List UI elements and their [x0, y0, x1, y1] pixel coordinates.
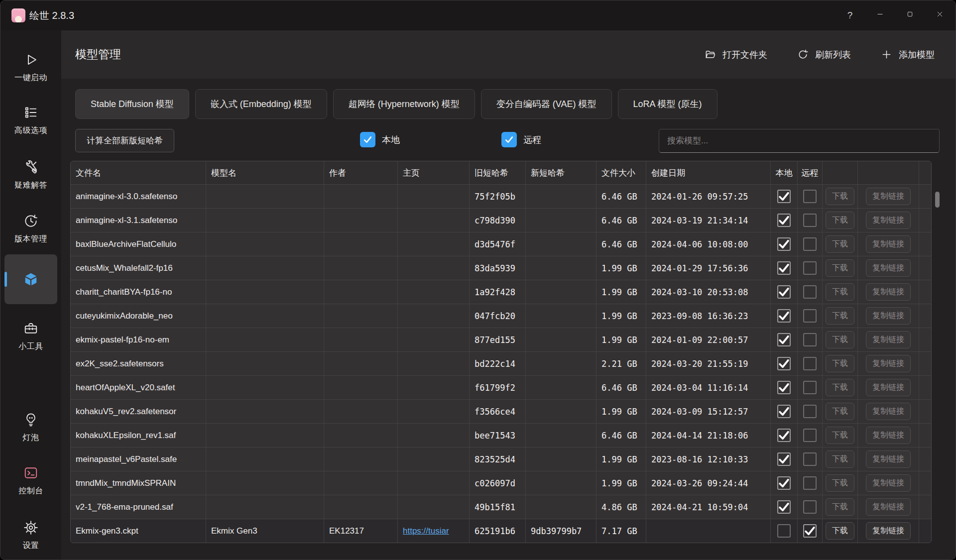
remote-checkbox[interactable] — [803, 285, 817, 299]
search-input[interactable] — [659, 129, 940, 153]
vertical-scrollbar-thumb[interactable] — [935, 192, 940, 208]
local-filter-checkbox[interactable] — [360, 132, 375, 147]
download-button[interactable]: 下载 — [826, 498, 854, 516]
download-button[interactable]: 下载 — [826, 331, 854, 348]
copy-link-button[interactable]: 复制链接 — [866, 212, 911, 229]
copy-link-button[interactable]: 复制链接 — [866, 307, 911, 325]
tab-lora[interactable]: LoRA 模型 (原生) — [618, 89, 717, 119]
local-checkbox[interactable] — [777, 333, 791, 346]
download-button[interactable]: 下载 — [826, 259, 854, 277]
remote-checkbox[interactable] — [803, 429, 817, 442]
local-checkbox[interactable] — [777, 524, 791, 538]
sidebar-item-version-manager[interactable]: 版本管理 — [0, 214, 61, 244]
local-filter[interactable]: 本地 — [360, 132, 400, 147]
compute-hash-button[interactable]: 计算全部新版短哈希 — [75, 129, 174, 152]
copy-link-button[interactable]: 复制链接 — [866, 498, 911, 516]
file-size-cell: 6.46 GB — [601, 239, 637, 249]
remote-checkbox[interactable] — [803, 500, 817, 514]
copy-link-button[interactable]: 复制链接 — [866, 283, 911, 301]
remote-filter[interactable]: 远程 — [501, 132, 541, 147]
open-folder-button[interactable]: 打开文件夹 — [702, 48, 770, 61]
copy-link-button[interactable]: 复制链接 — [866, 522, 911, 540]
remote-checkbox[interactable] — [803, 524, 817, 538]
copy-link-button[interactable]: 复制链接 — [866, 403, 911, 420]
local-checkbox[interactable] — [777, 237, 791, 251]
remote-checkbox[interactable] — [803, 333, 817, 346]
remote-checkbox[interactable] — [803, 261, 817, 275]
local-checkbox[interactable] — [777, 500, 791, 514]
window-help-button[interactable]: ? — [835, 0, 865, 30]
download-button[interactable]: 下载 — [826, 355, 854, 372]
remote-filter-checkbox[interactable] — [501, 132, 517, 147]
local-checkbox[interactable] — [777, 452, 791, 466]
local-checkbox[interactable] — [777, 357, 791, 370]
remote-checkbox[interactable] — [803, 357, 817, 370]
refresh-list-button[interactable]: 刷新列表 — [794, 48, 854, 61]
local-checkbox[interactable] — [777, 214, 791, 227]
sidebar-item-bulb[interactable]: 灯泡 — [0, 412, 61, 443]
copy-link-button[interactable]: 复制链接 — [866, 427, 911, 444]
local-checkbox[interactable] — [777, 381, 791, 394]
local-checkbox[interactable] — [777, 285, 791, 299]
cell-model-name-cell — [206, 328, 324, 351]
copy-link-button[interactable]: 复制链接 — [866, 235, 911, 253]
copy-link-button[interactable]: 复制链接 — [866, 379, 911, 396]
local-checkbox[interactable] — [777, 405, 791, 418]
old-hash-cell: f3566ce4 — [475, 407, 515, 417]
remote-checkbox[interactable] — [803, 405, 817, 418]
add-model-button[interactable]: 添加模型 — [878, 48, 938, 61]
sidebar-item-model-manager[interactable] — [4, 254, 57, 304]
download-button[interactable]: 下载 — [826, 522, 854, 540]
cell-created-date-cell — [646, 519, 771, 543]
copy-link-button[interactable]: 复制链接 — [866, 474, 911, 492]
sidebar-item-console[interactable]: 控制台 — [0, 465, 61, 496]
sidebar-item-quick-launch[interactable]: 一键启动 — [0, 52, 61, 83]
tab-embedding[interactable]: 嵌入式 (Embedding) 模型 — [195, 89, 327, 119]
remote-checkbox[interactable] — [803, 476, 817, 490]
remote-checkbox[interactable] — [803, 452, 817, 466]
local-checkbox[interactable] — [777, 261, 791, 275]
download-button[interactable]: 下载 — [826, 235, 854, 253]
download-button[interactable]: 下载 — [826, 450, 854, 468]
download-button[interactable]: 下载 — [826, 307, 854, 325]
sidebar-item-advanced-options[interactable]: 高级选项 — [0, 105, 61, 136]
cell-file-name-cell: charitt_charitBYA-fp16-no — [71, 280, 206, 304]
download-button[interactable]: 下载 — [826, 427, 854, 444]
window-maximize-button[interactable] — [895, 0, 925, 30]
window-minimize-button[interactable] — [865, 0, 895, 30]
table-row: kohakuV5_rev2.safetensorf3566ce41.99 GB2… — [71, 399, 931, 423]
download-button[interactable]: 下载 — [826, 379, 854, 396]
tab-hypernetwork[interactable]: 超网络 (Hypernetwork) 模型 — [333, 89, 475, 119]
download-button[interactable]: 下载 — [826, 403, 854, 420]
local-checkbox[interactable] — [777, 476, 791, 490]
cell-remote — [798, 471, 823, 495]
download-button[interactable]: 下载 — [826, 283, 854, 301]
tab-vae[interactable]: 变分自编码器 (VAE) 模型 — [481, 89, 612, 119]
copy-link-button[interactable]: 复制链接 — [866, 331, 911, 348]
download-button[interactable]: 下载 — [826, 474, 854, 492]
copy-link-button[interactable]: 复制链接 — [866, 450, 911, 468]
remote-checkbox[interactable] — [803, 381, 817, 394]
window-close-button[interactable] — [925, 0, 955, 30]
cell-created-date-cell: 2024-03-19 21:34:14 — [646, 209, 771, 232]
sidebar-item-troubleshooting[interactable]: 疑难解答 — [0, 160, 61, 191]
remote-checkbox[interactable] — [803, 214, 817, 227]
download-button[interactable]: 下载 — [826, 212, 854, 229]
cell-file-name-cell: Ekmix-gen3.ckpt — [71, 519, 206, 543]
download-button[interactable]: 下载 — [826, 188, 854, 205]
tab-stable-diffusion[interactable]: Stable Diffusion 模型 — [75, 89, 189, 119]
homepage-link[interactable]: https://tusiar — [403, 526, 449, 536]
cell-new-hash-cell — [526, 376, 597, 399]
sidebar-item-mini-tools[interactable]: 小工具 — [0, 321, 61, 352]
remote-checkbox[interactable] — [803, 237, 817, 251]
remote-checkbox[interactable] — [803, 190, 817, 203]
local-checkbox[interactable] — [777, 429, 791, 442]
local-checkbox[interactable] — [777, 190, 791, 203]
remote-checkbox[interactable] — [803, 309, 817, 323]
local-checkbox[interactable] — [777, 309, 791, 323]
copy-link-button[interactable]: 复制链接 — [866, 355, 911, 372]
sidebar-item-settings[interactable]: 设置 — [0, 520, 61, 551]
copy-link-button[interactable]: 复制链接 — [866, 188, 911, 205]
table-row: charitt_charitBYA-fp16-no1a92f4281.99 GB… — [71, 280, 931, 304]
copy-link-button[interactable]: 复制链接 — [866, 259, 911, 277]
